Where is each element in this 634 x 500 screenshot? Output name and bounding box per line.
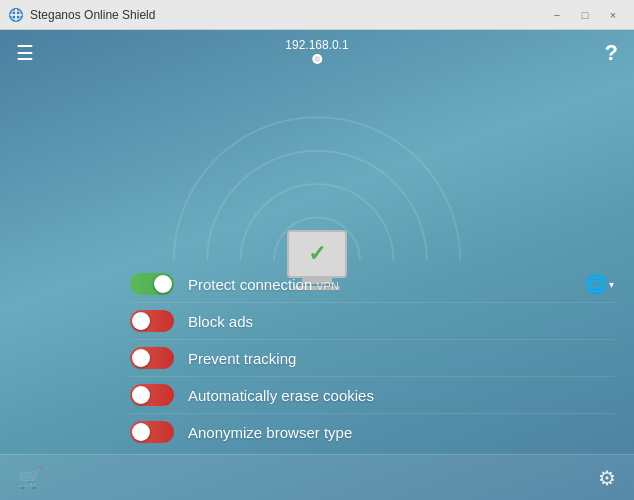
toggle-knob-anonymize-browser bbox=[132, 423, 150, 441]
minimize-button[interactable]: − bbox=[544, 5, 570, 25]
globe-icon: 🌐 bbox=[585, 273, 607, 295]
title-bar-controls: − □ × bbox=[544, 5, 626, 25]
vpn-badge-protect-connection: VPN bbox=[316, 280, 339, 292]
toggle-switch-protect-connection[interactable] bbox=[130, 273, 174, 295]
toggle-item-protect-connection: Protect connectionVPN🌐▾ bbox=[130, 266, 614, 302]
close-button[interactable]: × bbox=[600, 5, 626, 25]
toggle-knob-prevent-tracking bbox=[132, 349, 150, 367]
toggle-label-block-ads: Block ads bbox=[188, 313, 614, 330]
toggle-label-anonymize-browser: Anonymize browser type bbox=[188, 424, 614, 441]
bottom-bar: 🛒 ⚙ bbox=[0, 454, 634, 500]
title-bar-title: Steganos Online Shield bbox=[30, 8, 155, 22]
toggle-item-block-ads: Block ads bbox=[130, 302, 614, 339]
ip-area: 192.168.0.1 bbox=[285, 38, 348, 64]
ip-dot bbox=[312, 54, 322, 64]
toggle-knob-block-ads bbox=[132, 312, 150, 330]
toggle-knob-erase-cookies bbox=[132, 386, 150, 404]
toggle-knob-protect-connection bbox=[154, 275, 172, 293]
top-bar: ☰ 192.168.0.1 ? bbox=[0, 30, 634, 76]
toggle-item-prevent-tracking: Prevent tracking bbox=[130, 339, 614, 376]
toggle-switch-erase-cookies[interactable] bbox=[130, 384, 174, 406]
toggle-label-prevent-tracking: Prevent tracking bbox=[188, 350, 614, 367]
title-bar-left: Steganos Online Shield bbox=[8, 7, 155, 23]
settings-icon[interactable]: ⚙ bbox=[598, 466, 616, 490]
toggle-item-anonymize-browser: Anonymize browser type bbox=[130, 413, 614, 450]
maximize-button[interactable]: □ bbox=[572, 5, 598, 25]
toggle-label-erase-cookies: Automatically erase cookies bbox=[188, 387, 614, 404]
globe-button[interactable]: 🌐▾ bbox=[585, 273, 614, 295]
app-icon bbox=[8, 7, 24, 23]
check-icon: ✓ bbox=[308, 243, 326, 265]
title-bar: Steganos Online Shield − □ × bbox=[0, 0, 634, 30]
toggle-label-protect-connection: Protect connectionVPN bbox=[188, 276, 571, 293]
toggle-switch-prevent-tracking[interactable] bbox=[130, 347, 174, 369]
toggle-switch-anonymize-browser[interactable] bbox=[130, 421, 174, 443]
chevron-down-icon: ▾ bbox=[609, 279, 614, 290]
toggle-list: Protect connectionVPN🌐▾Block adsPrevent … bbox=[130, 266, 614, 450]
toggle-switch-block-ads[interactable] bbox=[130, 310, 174, 332]
help-icon[interactable]: ? bbox=[605, 40, 618, 66]
app-container: ☰ 192.168.0.1 ? ✓ Protect connectionVPN🌐… bbox=[0, 30, 634, 500]
hamburger-icon[interactable]: ☰ bbox=[16, 43, 34, 63]
ip-address: 192.168.0.1 bbox=[285, 38, 348, 52]
cart-icon[interactable]: 🛒 bbox=[18, 466, 43, 490]
toggle-item-erase-cookies: Automatically erase cookies bbox=[130, 376, 614, 413]
